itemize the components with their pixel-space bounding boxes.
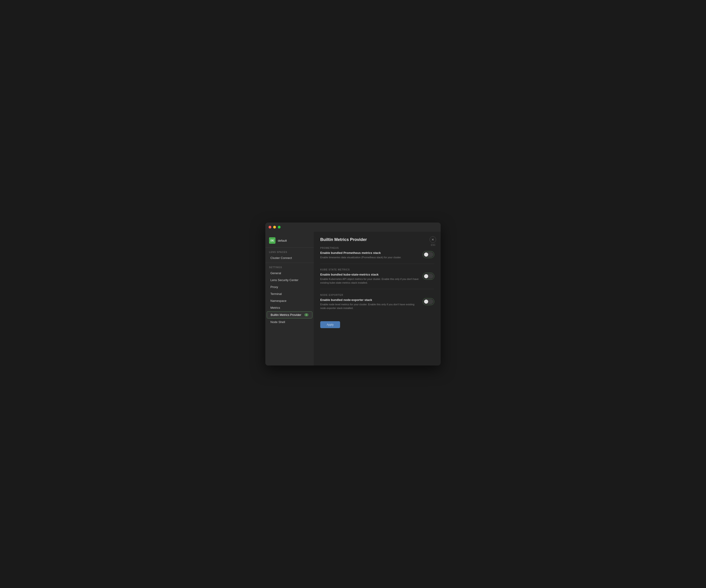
node-exporter-setting-text: Enable bundled node-exporter stack Enabl… <box>320 298 419 310</box>
workspace-name: default <box>278 239 287 242</box>
titlebar <box>265 222 441 232</box>
kube-state-setting-description: Enable Kubernetes API object metrics for… <box>320 277 419 285</box>
sidebar-item-node-shell[interactable]: Node Shell <box>267 319 312 325</box>
kube-state-toggle[interactable] <box>424 274 433 279</box>
minimize-traffic-light[interactable] <box>273 226 276 228</box>
prometheus-section: PROMETHEUS Enable bundled Prometheus met… <box>320 247 434 264</box>
node-exporter-toggle-thumb <box>424 299 428 304</box>
workspace-item[interactable]: DE default <box>265 236 314 246</box>
kube-state-setting-row: Enable bundled kube-state-metrics stack … <box>320 273 434 285</box>
node-exporter-setting-description: Enable node level metrics for your clust… <box>320 302 419 310</box>
kube-state-toggle-container <box>423 273 434 280</box>
settings-section-label: SETTINGS <box>265 264 314 269</box>
esc-label: ESC <box>431 244 436 246</box>
node-exporter-setting-row: Enable bundled node-exporter stack Enabl… <box>320 298 434 310</box>
node-exporter-setting-title: Enable bundled node-exporter stack <box>320 298 419 302</box>
close-button[interactable]: ✕ <box>430 236 436 243</box>
sidebar-item-builtin-metrics-provider[interactable]: Builtin Metrics Provider 1 <box>267 311 312 319</box>
page-title: Builtin Metrics Provider <box>320 237 434 242</box>
kube-state-setting-text: Enable bundled kube-state-metrics stack … <box>320 273 419 285</box>
sidebar-item-namespace[interactable]: Namespace <box>267 297 312 304</box>
avatar: DE <box>269 237 275 244</box>
prometheus-toggle-thumb <box>424 252 428 257</box>
close-traffic-light[interactable] <box>269 226 271 228</box>
app-window: DE default LENS SPACES Cluster Connect S… <box>265 222 441 366</box>
main-content: ✕ ESC Builtin Metrics Provider PROMETHEU… <box>314 232 441 366</box>
builtin-metrics-badge: 1 <box>304 313 309 317</box>
sidebar-item-general[interactable]: General <box>267 270 312 277</box>
kube-state-section-label: KUBE STATE METRICS <box>320 268 434 271</box>
sidebar-item-metrics[interactable]: Metrics <box>267 304 312 311</box>
prometheus-setting-title: Enable bundled Prometheus metrics stack <box>320 251 419 255</box>
lens-spaces-section-label: LENS SPACES <box>265 249 314 254</box>
apply-button[interactable]: Apply <box>320 321 340 328</box>
node-exporter-toggle[interactable] <box>424 299 433 304</box>
prometheus-toggle[interactable] <box>424 252 433 257</box>
kube-state-setting-title: Enable bundled kube-state-metrics stack <box>320 273 419 276</box>
kube-state-toggle-thumb <box>424 274 428 278</box>
sidebar-item-lens-security-center[interactable]: Lens Security Center <box>267 277 312 283</box>
sidebar-item-cluster-connect[interactable]: Cluster Connect <box>267 255 312 261</box>
prometheus-section-label: PROMETHEUS <box>320 247 434 249</box>
node-exporter-section: NODE EXPORTER Enable bundled node-export… <box>320 294 434 314</box>
sidebar: DE default LENS SPACES Cluster Connect S… <box>265 232 314 366</box>
sidebar-item-proxy[interactable]: Proxy <box>267 284 312 290</box>
window-body: DE default LENS SPACES Cluster Connect S… <box>265 232 441 366</box>
prometheus-toggle-container <box>423 251 434 258</box>
maximize-traffic-light[interactable] <box>278 226 281 228</box>
prometheus-setting-text: Enable bundled Prometheus metrics stack … <box>320 251 419 259</box>
sidebar-divider-1 <box>265 247 314 248</box>
kube-state-metrics-section: KUBE STATE METRICS Enable bundled kube-s… <box>320 268 434 289</box>
sidebar-item-terminal[interactable]: Terminal <box>267 291 312 297</box>
node-exporter-toggle-container <box>423 298 434 305</box>
prometheus-setting-description: Enable timeseries data visualization (Pr… <box>320 255 419 259</box>
node-exporter-section-label: NODE EXPORTER <box>320 294 434 296</box>
prometheus-setting-row: Enable bundled Prometheus metrics stack … <box>320 251 434 259</box>
